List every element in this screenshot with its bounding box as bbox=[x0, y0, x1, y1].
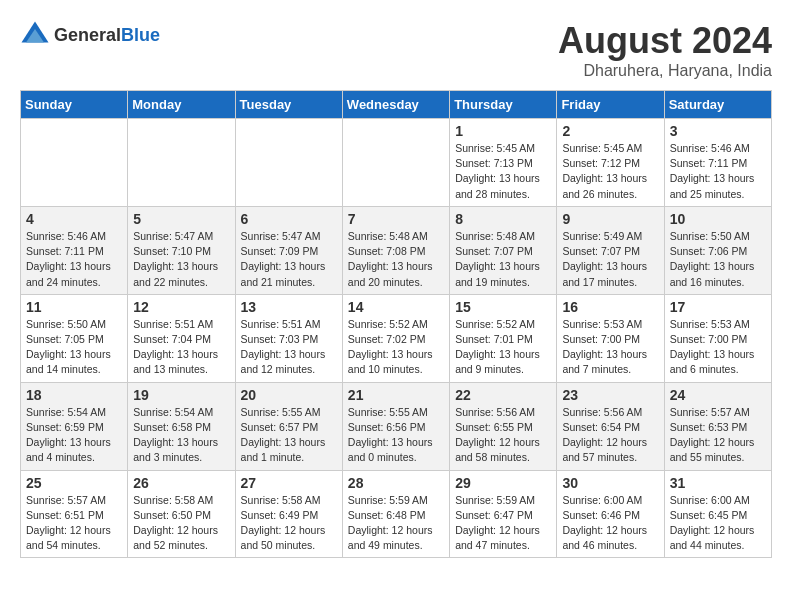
day-number: 5 bbox=[133, 211, 229, 227]
logo-icon bbox=[20, 20, 50, 50]
day-info: Sunrise: 5:45 AM Sunset: 7:13 PM Dayligh… bbox=[455, 141, 551, 202]
day-cell: 26Sunrise: 5:58 AM Sunset: 6:50 PM Dayli… bbox=[128, 470, 235, 558]
day-header-wednesday: Wednesday bbox=[342, 91, 449, 119]
day-info: Sunrise: 5:50 AM Sunset: 7:06 PM Dayligh… bbox=[670, 229, 766, 290]
day-number: 24 bbox=[670, 387, 766, 403]
day-cell: 31Sunrise: 6:00 AM Sunset: 6:45 PM Dayli… bbox=[664, 470, 771, 558]
day-cell: 13Sunrise: 5:51 AM Sunset: 7:03 PM Dayli… bbox=[235, 294, 342, 382]
day-number: 12 bbox=[133, 299, 229, 315]
day-cell: 2Sunrise: 5:45 AM Sunset: 7:12 PM Daylig… bbox=[557, 119, 664, 207]
day-header-thursday: Thursday bbox=[450, 91, 557, 119]
day-info: Sunrise: 5:56 AM Sunset: 6:54 PM Dayligh… bbox=[562, 405, 658, 466]
day-cell: 24Sunrise: 5:57 AM Sunset: 6:53 PM Dayli… bbox=[664, 382, 771, 470]
day-info: Sunrise: 5:53 AM Sunset: 7:00 PM Dayligh… bbox=[670, 317, 766, 378]
logo-text-general: General bbox=[54, 25, 121, 45]
day-info: Sunrise: 5:58 AM Sunset: 6:50 PM Dayligh… bbox=[133, 493, 229, 554]
day-info: Sunrise: 5:46 AM Sunset: 7:11 PM Dayligh… bbox=[670, 141, 766, 202]
day-cell: 29Sunrise: 5:59 AM Sunset: 6:47 PM Dayli… bbox=[450, 470, 557, 558]
day-cell bbox=[128, 119, 235, 207]
calendar-table: SundayMondayTuesdayWednesdayThursdayFrid… bbox=[20, 90, 772, 558]
day-info: Sunrise: 5:53 AM Sunset: 7:00 PM Dayligh… bbox=[562, 317, 658, 378]
day-cell: 21Sunrise: 5:55 AM Sunset: 6:56 PM Dayli… bbox=[342, 382, 449, 470]
day-info: Sunrise: 5:50 AM Sunset: 7:05 PM Dayligh… bbox=[26, 317, 122, 378]
day-cell: 6Sunrise: 5:47 AM Sunset: 7:09 PM Daylig… bbox=[235, 206, 342, 294]
day-number: 18 bbox=[26, 387, 122, 403]
day-cell: 14Sunrise: 5:52 AM Sunset: 7:02 PM Dayli… bbox=[342, 294, 449, 382]
day-cell: 1Sunrise: 5:45 AM Sunset: 7:13 PM Daylig… bbox=[450, 119, 557, 207]
day-cell: 11Sunrise: 5:50 AM Sunset: 7:05 PM Dayli… bbox=[21, 294, 128, 382]
day-header-sunday: Sunday bbox=[21, 91, 128, 119]
day-number: 21 bbox=[348, 387, 444, 403]
day-number: 30 bbox=[562, 475, 658, 491]
day-cell: 27Sunrise: 5:58 AM Sunset: 6:49 PM Dayli… bbox=[235, 470, 342, 558]
day-cell bbox=[235, 119, 342, 207]
day-cell: 9Sunrise: 5:49 AM Sunset: 7:07 PM Daylig… bbox=[557, 206, 664, 294]
day-number: 20 bbox=[241, 387, 337, 403]
day-info: Sunrise: 5:52 AM Sunset: 7:01 PM Dayligh… bbox=[455, 317, 551, 378]
week-row-1: 1Sunrise: 5:45 AM Sunset: 7:13 PM Daylig… bbox=[21, 119, 772, 207]
week-row-2: 4Sunrise: 5:46 AM Sunset: 7:11 PM Daylig… bbox=[21, 206, 772, 294]
day-cell: 15Sunrise: 5:52 AM Sunset: 7:01 PM Dayli… bbox=[450, 294, 557, 382]
day-info: Sunrise: 5:48 AM Sunset: 7:08 PM Dayligh… bbox=[348, 229, 444, 290]
day-info: Sunrise: 5:55 AM Sunset: 6:56 PM Dayligh… bbox=[348, 405, 444, 466]
day-cell: 28Sunrise: 5:59 AM Sunset: 6:48 PM Dayli… bbox=[342, 470, 449, 558]
day-info: Sunrise: 5:57 AM Sunset: 6:53 PM Dayligh… bbox=[670, 405, 766, 466]
title-area: August 2024 Dharuhera, Haryana, India bbox=[558, 20, 772, 80]
main-title: August 2024 bbox=[558, 20, 772, 62]
header: GeneralBlue August 2024 Dharuhera, Harya… bbox=[20, 20, 772, 80]
day-number: 27 bbox=[241, 475, 337, 491]
day-number: 6 bbox=[241, 211, 337, 227]
day-number: 29 bbox=[455, 475, 551, 491]
day-number: 11 bbox=[26, 299, 122, 315]
day-info: Sunrise: 5:52 AM Sunset: 7:02 PM Dayligh… bbox=[348, 317, 444, 378]
header-row: SundayMondayTuesdayWednesdayThursdayFrid… bbox=[21, 91, 772, 119]
day-number: 2 bbox=[562, 123, 658, 139]
day-info: Sunrise: 5:47 AM Sunset: 7:10 PM Dayligh… bbox=[133, 229, 229, 290]
day-number: 8 bbox=[455, 211, 551, 227]
day-info: Sunrise: 5:48 AM Sunset: 7:07 PM Dayligh… bbox=[455, 229, 551, 290]
day-cell: 12Sunrise: 5:51 AM Sunset: 7:04 PM Dayli… bbox=[128, 294, 235, 382]
day-number: 10 bbox=[670, 211, 766, 227]
day-number: 15 bbox=[455, 299, 551, 315]
day-cell: 18Sunrise: 5:54 AM Sunset: 6:59 PM Dayli… bbox=[21, 382, 128, 470]
day-info: Sunrise: 5:58 AM Sunset: 6:49 PM Dayligh… bbox=[241, 493, 337, 554]
week-row-3: 11Sunrise: 5:50 AM Sunset: 7:05 PM Dayli… bbox=[21, 294, 772, 382]
day-cell: 10Sunrise: 5:50 AM Sunset: 7:06 PM Dayli… bbox=[664, 206, 771, 294]
day-info: Sunrise: 5:54 AM Sunset: 6:58 PM Dayligh… bbox=[133, 405, 229, 466]
day-header-tuesday: Tuesday bbox=[235, 91, 342, 119]
day-cell: 20Sunrise: 5:55 AM Sunset: 6:57 PM Dayli… bbox=[235, 382, 342, 470]
day-cell: 5Sunrise: 5:47 AM Sunset: 7:10 PM Daylig… bbox=[128, 206, 235, 294]
day-number: 14 bbox=[348, 299, 444, 315]
day-number: 25 bbox=[26, 475, 122, 491]
day-number: 19 bbox=[133, 387, 229, 403]
day-cell bbox=[21, 119, 128, 207]
day-cell: 30Sunrise: 6:00 AM Sunset: 6:46 PM Dayli… bbox=[557, 470, 664, 558]
day-cell bbox=[342, 119, 449, 207]
day-number: 3 bbox=[670, 123, 766, 139]
day-header-friday: Friday bbox=[557, 91, 664, 119]
day-info: Sunrise: 5:45 AM Sunset: 7:12 PM Dayligh… bbox=[562, 141, 658, 202]
day-cell: 19Sunrise: 5:54 AM Sunset: 6:58 PM Dayli… bbox=[128, 382, 235, 470]
logo-text-blue: Blue bbox=[121, 25, 160, 45]
day-cell: 16Sunrise: 5:53 AM Sunset: 7:00 PM Dayli… bbox=[557, 294, 664, 382]
day-info: Sunrise: 5:56 AM Sunset: 6:55 PM Dayligh… bbox=[455, 405, 551, 466]
day-info: Sunrise: 5:51 AM Sunset: 7:04 PM Dayligh… bbox=[133, 317, 229, 378]
day-info: Sunrise: 5:49 AM Sunset: 7:07 PM Dayligh… bbox=[562, 229, 658, 290]
day-cell: 4Sunrise: 5:46 AM Sunset: 7:11 PM Daylig… bbox=[21, 206, 128, 294]
logo: GeneralBlue bbox=[20, 20, 160, 50]
day-info: Sunrise: 6:00 AM Sunset: 6:46 PM Dayligh… bbox=[562, 493, 658, 554]
day-info: Sunrise: 5:51 AM Sunset: 7:03 PM Dayligh… bbox=[241, 317, 337, 378]
day-cell: 25Sunrise: 5:57 AM Sunset: 6:51 PM Dayli… bbox=[21, 470, 128, 558]
day-info: Sunrise: 5:57 AM Sunset: 6:51 PM Dayligh… bbox=[26, 493, 122, 554]
day-info: Sunrise: 5:59 AM Sunset: 6:48 PM Dayligh… bbox=[348, 493, 444, 554]
day-header-saturday: Saturday bbox=[664, 91, 771, 119]
day-info: Sunrise: 5:59 AM Sunset: 6:47 PM Dayligh… bbox=[455, 493, 551, 554]
day-info: Sunrise: 5:46 AM Sunset: 7:11 PM Dayligh… bbox=[26, 229, 122, 290]
day-number: 7 bbox=[348, 211, 444, 227]
day-number: 23 bbox=[562, 387, 658, 403]
day-number: 1 bbox=[455, 123, 551, 139]
day-cell: 17Sunrise: 5:53 AM Sunset: 7:00 PM Dayli… bbox=[664, 294, 771, 382]
day-cell: 8Sunrise: 5:48 AM Sunset: 7:07 PM Daylig… bbox=[450, 206, 557, 294]
day-info: Sunrise: 5:47 AM Sunset: 7:09 PM Dayligh… bbox=[241, 229, 337, 290]
day-info: Sunrise: 5:54 AM Sunset: 6:59 PM Dayligh… bbox=[26, 405, 122, 466]
